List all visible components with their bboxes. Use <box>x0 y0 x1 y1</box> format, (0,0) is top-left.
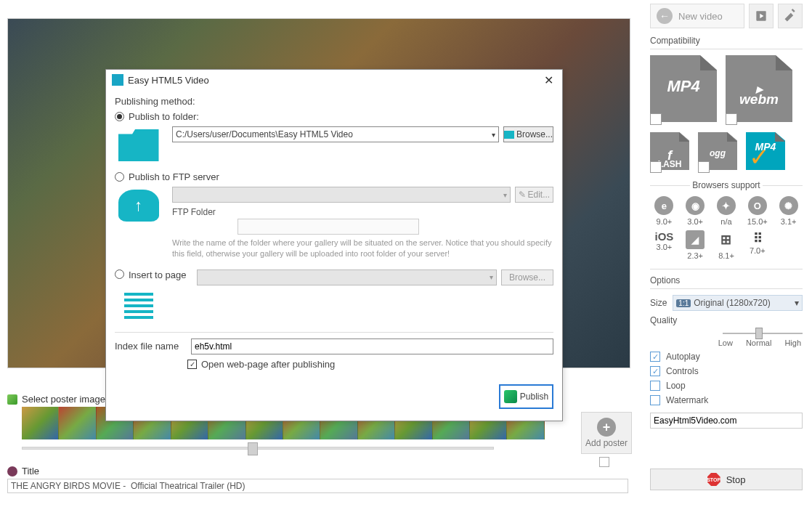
title-icon <box>7 466 17 477</box>
ftp-hint: Write the name of the folder where your … <box>172 238 553 259</box>
publish-button[interactable]: Publish <box>499 384 553 409</box>
loop-checkbox[interactable]: ✓ <box>650 381 660 391</box>
title-input[interactable] <box>7 479 628 493</box>
safari-icon: ✦ <box>717 196 736 215</box>
opera-icon: O <box>748 196 767 215</box>
compat-title: Compatibility <box>650 36 803 46</box>
format-mp4[interactable]: MP4 <box>650 55 717 125</box>
mp4-checkbox[interactable] <box>650 113 662 125</box>
ftp-folder-label: FTP Folder <box>172 207 553 217</box>
chevron-down-icon: ▾ <box>492 131 495 139</box>
insert-page-combo[interactable]: ▾ <box>197 269 497 285</box>
dialog-title: Easy HTML5 Video <box>128 75 209 86</box>
poster-checkbox[interactable] <box>599 457 609 467</box>
quality-slider[interactable] <box>650 330 803 337</box>
add-poster-label: Add poster <box>585 438 628 448</box>
stop-button[interactable]: STOP Stop <box>650 469 803 490</box>
blackberry-icon: ⠿ <box>743 230 771 246</box>
windows-icon: ⊞ <box>717 230 736 249</box>
browse-folder-button[interactable]: Browse... <box>503 126 553 142</box>
open-after-checkbox[interactable]: ✓ <box>187 360 197 369</box>
ios-icon: iOS <box>650 230 678 243</box>
close-icon[interactable]: ✕ <box>541 73 556 87</box>
ftp-server-combo[interactable]: ▾ <box>172 187 511 203</box>
stop-icon: STOP <box>707 473 720 486</box>
format-mp4low[interactable]: MP4 ✓ <box>746 132 785 173</box>
lines-icon <box>124 293 153 322</box>
quality-thumb[interactable] <box>755 328 763 339</box>
film-tool-button[interactable] <box>749 4 774 28</box>
arrow-left-icon: ← <box>657 8 673 24</box>
flash-checkbox[interactable] <box>650 161 662 173</box>
radio-publish-ftp[interactable] <box>115 172 124 182</box>
index-file-input[interactable] <box>191 338 553 354</box>
folder-icon <box>118 129 159 161</box>
controls-checkbox[interactable]: ✓ <box>650 366 660 376</box>
radio-insert-page[interactable] <box>115 269 124 279</box>
firefox-icon: ✺ <box>779 196 798 215</box>
publishing-method-label: Publishing method: <box>115 96 553 107</box>
chevron-down-icon: ▾ <box>795 298 799 308</box>
size-label: Size <box>650 298 667 308</box>
format-flash[interactable]: fLASH <box>650 132 689 173</box>
watermark-input[interactable] <box>650 413 803 429</box>
index-label: Index file name <box>115 341 184 352</box>
plus-icon: + <box>597 418 616 437</box>
ogg-checkbox[interactable] <box>698 161 710 173</box>
radio-publish-folder[interactable] <box>115 112 124 121</box>
ie-icon: e <box>654 196 673 215</box>
ftp-folder-input[interactable] <box>237 219 419 235</box>
app-icon <box>112 74 123 86</box>
add-poster-button[interactable]: + Add poster <box>581 412 632 454</box>
edit-tool-button[interactable] <box>778 4 803 28</box>
edit-ftp-button[interactable]: ✎ Edit... <box>515 187 553 203</box>
chrome-icon: ◉ <box>686 196 705 215</box>
format-ogg[interactable]: ogg <box>698 132 737 173</box>
browsers-title: Browsers support <box>650 180 803 190</box>
poster-slider[interactable] <box>22 447 494 450</box>
webm-checkbox[interactable] <box>726 113 737 125</box>
android-icon: ◢ <box>686 230 705 249</box>
folder-path-combo[interactable]: C:/Users/user/Documents\Easy HTML5 Video… <box>172 126 499 142</box>
slider-thumb[interactable] <box>248 442 258 455</box>
size-select[interactable]: 1:1Original (1280x720) ▾ <box>673 295 803 311</box>
poster-label: Select poster image <box>22 394 105 405</box>
poster-icon <box>7 394 17 405</box>
format-webm[interactable]: ▶webm <box>726 55 792 125</box>
upload-icon: ↑ <box>118 190 159 222</box>
check-icon: ✓ <box>749 142 769 171</box>
quality-label: Quality <box>650 315 677 325</box>
title-label: Title <box>22 466 39 477</box>
new-video-button[interactable]: ← New video <box>650 4 744 28</box>
new-video-label: New video <box>678 11 723 22</box>
publish-dialog: Easy HTML5 Video ✕ Publishing method: Pu… <box>105 69 563 421</box>
autoplay-checkbox[interactable]: ✓ <box>650 352 660 362</box>
browse-page-button[interactable]: Browse... <box>501 269 553 285</box>
watermark-checkbox[interactable]: ✓ <box>650 395 660 405</box>
options-title: Options <box>650 275 803 285</box>
publish-icon <box>504 390 517 403</box>
folder-small-icon <box>504 131 514 139</box>
browsers-grid: e9.0+ ◉3.0+ ✦n/a O15.0+ ✺3.1+ iOS3.0+ ◢2… <box>650 196 803 260</box>
